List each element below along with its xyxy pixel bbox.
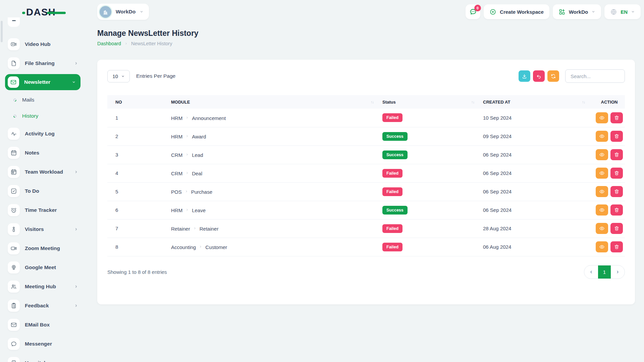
icon-box [8, 242, 20, 254]
sidebar-item-google-meet[interactable]: Google Meet [0, 258, 89, 277]
checkbox-icon [10, 188, 17, 194]
icon-box [8, 38, 20, 50]
cell-actions [594, 201, 625, 219]
create-workspace-button[interactable]: Create Workspace [484, 4, 549, 19]
delete-button[interactable] [610, 223, 623, 234]
logo-accent-dot [22, 12, 25, 14]
language-selector[interactable]: EN [604, 4, 641, 19]
grid-plus-icon [558, 8, 566, 15]
reset-button[interactable] [533, 70, 545, 82]
sidebar-item-to-do[interactable]: To Do [0, 181, 89, 200]
sidebar-item-label: File Sharing [25, 60, 55, 66]
sidebar-item-activity-log[interactable]: Activity Log [0, 124, 89, 143]
mail-icon [10, 79, 17, 85]
status-badge: Failed [382, 169, 402, 178]
status-badge: Failed [382, 187, 402, 196]
delete-button[interactable] [610, 168, 623, 179]
delete-button[interactable] [610, 149, 623, 160]
cell-created-at: 06 Sep 2024 [483, 145, 594, 164]
sidebar-item-time-tracker[interactable]: Time Tracker [0, 200, 89, 220]
delete-button[interactable] [610, 241, 623, 252]
column-header-created-at[interactable]: CREATED AT↑↓ [483, 95, 594, 109]
sidebar-item-newsletter[interactable]: Newsletter [5, 74, 80, 90]
icon-box [8, 76, 19, 88]
sidebar-item-hospital[interactable]: Hospital [0, 353, 89, 362]
workspace-avatar [100, 6, 111, 18]
cell-status: Success [382, 145, 483, 164]
cell-no: 2 [107, 127, 171, 145]
sidebar-item-feedback[interactable]: Feedback [0, 296, 89, 315]
video-camera2-icon [10, 245, 17, 252]
trash-icon [614, 244, 620, 250]
sidebar-item-email-box[interactable]: EMail Box [0, 315, 89, 334]
view-button[interactable] [596, 168, 608, 179]
view-button[interactable] [596, 131, 608, 142]
pagination-page-1[interactable]: 1 [598, 265, 611, 279]
sidebar-subitem-history[interactable]: History [0, 108, 89, 124]
sidebar-item-team-workload[interactable]: Team Workload [0, 162, 89, 181]
eye-icon [599, 170, 605, 176]
icon-box [8, 204, 20, 216]
cell-module: HRMAward [171, 127, 382, 145]
sidebar-item-visitors[interactable]: Visitors [0, 220, 89, 239]
status-badge: Failed [382, 113, 402, 122]
entries-per-page-value: 10 [112, 73, 118, 79]
cell-actions [594, 238, 625, 256]
delete-button[interactable] [610, 186, 623, 197]
sidebar-item-label: Team Workload [25, 169, 63, 175]
chevron-down-icon [72, 80, 76, 84]
sidebar-item-meeting-hub[interactable]: Meeting Hub [0, 277, 89, 296]
status-badge: Failed [382, 243, 402, 251]
topbar-actions: 0 Create Workspace WorkDo EN [466, 4, 641, 19]
workdo-apps-button[interactable]: WorkDo [553, 4, 601, 19]
download-icon [522, 73, 527, 79]
messages-button[interactable]: 0 [466, 4, 480, 19]
view-button[interactable] [596, 204, 608, 216]
sidebar-item-notes[interactable]: Notes [0, 143, 89, 162]
cell-module: AccountingCustomer [171, 238, 382, 256]
sidebar-item-messenger[interactable]: Messenger [0, 334, 89, 353]
chevron-right-icon [74, 304, 78, 308]
sidebar-item-label: Notes [25, 150, 39, 156]
view-button[interactable] [596, 112, 608, 123]
delete-button[interactable] [610, 112, 623, 123]
column-header-status[interactable]: Status↑↓ [382, 95, 483, 109]
sidebar-item-video-hub[interactable]: Video Hub [0, 35, 89, 54]
pagination-next-button[interactable] [611, 265, 625, 279]
sidebar-item-file-sharing[interactable]: File Sharing [0, 54, 89, 73]
view-button[interactable] [596, 186, 608, 197]
sidebar-item-label: EMail Box [25, 322, 50, 328]
delete-button[interactable] [610, 131, 623, 142]
clipboard-icon [10, 302, 17, 309]
cell-module: CRMLead [171, 145, 382, 164]
delete-button[interactable] [610, 204, 623, 216]
app-logo[interactable]: DASH [22, 6, 56, 18]
icon-box [8, 338, 20, 350]
sidebar-nav: Video HubFile SharingNewsletterMailsHist… [0, 35, 89, 362]
cell-no: 4 [107, 164, 171, 182]
export-button[interactable] [519, 70, 530, 82]
search-input[interactable] [565, 69, 625, 83]
view-button[interactable] [596, 241, 608, 252]
eye-icon [599, 115, 605, 121]
column-label: ACTION [601, 100, 618, 105]
view-button[interactable] [596, 149, 608, 160]
cell-actions [594, 109, 625, 127]
pagination-prev-button[interactable] [584, 265, 598, 279]
entries-per-page-select[interactable]: 10 [107, 70, 130, 82]
column-header-module[interactable]: MODULE↑↓ [171, 95, 382, 109]
undo-icon [536, 73, 542, 79]
trash-icon [614, 170, 620, 176]
eye-icon [599, 207, 605, 213]
breadcrumb-dashboard-link[interactable]: Dashboard [97, 41, 121, 46]
sidebar-item-label: Feedback [25, 303, 49, 309]
sidebar-item-zoom-meeting[interactable]: Zoom Meeting [0, 239, 89, 258]
cell-module: HRMLeave [171, 201, 382, 219]
workspace-selector[interactable]: WorkDo [97, 4, 149, 20]
view-button[interactable] [596, 223, 608, 234]
icon-box [8, 185, 20, 197]
table-row: 8AccountingCustomerFailed06 Aug 2024 [107, 238, 625, 256]
sidebar-subitem-mails[interactable]: Mails [0, 92, 89, 108]
reload-button[interactable] [547, 70, 559, 82]
cell-status: Success [382, 127, 483, 145]
